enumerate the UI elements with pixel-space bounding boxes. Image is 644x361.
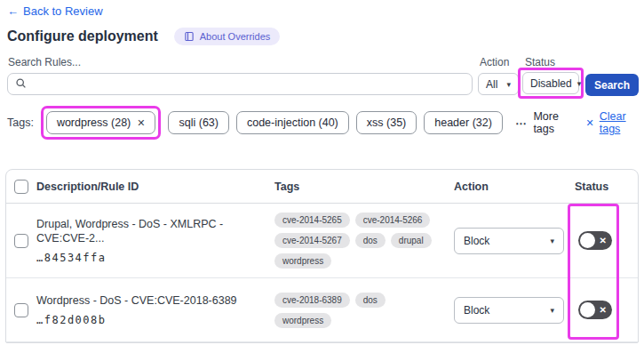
about-overrides-label: About Overrides	[200, 31, 270, 42]
back-to-review-link[interactable]: ← Back to Review	[7, 4, 103, 18]
chevron-down-icon: ▾	[506, 80, 511, 89]
action-select[interactable]: Block ▾	[454, 297, 564, 324]
book-icon	[184, 31, 195, 42]
action-select[interactable]: Block ▾	[454, 228, 564, 254]
rule-id: …84534ffa	[36, 252, 274, 264]
chevron-down-icon: ▾	[550, 306, 554, 315]
ellipsis-icon: ⋯	[515, 116, 528, 130]
toggle-knob	[580, 302, 595, 317]
back-link-label: Back to Review	[23, 4, 103, 18]
search-button[interactable]: Search	[585, 74, 639, 96]
column-header-tags: Tags	[274, 180, 454, 193]
action-dropdown[interactable]: All ▾	[478, 73, 519, 95]
rule-description: Drupal, Wordpress - DoS - XMLRPC - CVE:C…	[36, 217, 274, 246]
search-icon	[15, 76, 32, 92]
rule-tag: cve-2014-5265	[274, 213, 350, 228]
rule-tag: cve-2014-5266	[355, 213, 431, 228]
action-select-value: Block	[464, 304, 489, 317]
more-tags-button[interactable]: ⋯ More tags	[515, 110, 570, 135]
row-checkbox[interactable]	[14, 234, 28, 248]
configure-deployment-page: ← Back to Review Configure deployment Ab…	[0, 0, 644, 361]
tag-filter-sqli[interactable]: sqli (63)	[168, 111, 228, 134]
status-dropdown-highlight-box: Disabled ▾	[518, 68, 584, 99]
rule-tag: cve-2018-6389	[274, 293, 350, 308]
toggle-off-icon: ✕	[600, 306, 607, 315]
page-title: Configure deployment	[7, 28, 158, 44]
rules-table: Description/Rule ID Tags Action Status D…	[5, 169, 639, 343]
close-icon: ✕	[586, 117, 594, 129]
clear-tags-button[interactable]: ✕ Clear tags	[586, 110, 638, 135]
table-row: Drupal, Wordpress - DoS - XMLRPC - CVE:C…	[6, 204, 638, 278]
column-header-status: Status	[573, 180, 638, 193]
action-label: Action	[480, 56, 509, 68]
rule-tags: cve-2014-5265 cve-2014-5266 cve-2014-526…	[274, 213, 454, 269]
rule-description: Wordpress - DoS - CVE:CVE-2018-6389	[36, 293, 274, 308]
tag-filter-wordpress[interactable]: wordpress (28) ✕	[46, 111, 156, 134]
status-dropdown-value: Disabled	[530, 77, 572, 90]
about-overrides-link[interactable]: About Overrides	[174, 28, 280, 45]
column-header-description: Description/Rule ID	[36, 180, 274, 193]
toggle-off-icon: ✕	[600, 237, 607, 245]
wordpress-tag-highlight-box: wordpress (28) ✕	[41, 106, 162, 140]
rule-tag: wordpress	[274, 253, 331, 269]
tags-filter-bar: Tags: wordpress (28) ✕ sqli (63) code-in…	[7, 106, 638, 140]
status-dropdown[interactable]: Disabled ▾	[522, 72, 579, 94]
action-dropdown-value: All	[486, 78, 497, 91]
status-toggle[interactable]: ✕	[578, 301, 612, 319]
rule-tag: wordpress	[274, 313, 331, 328]
chevron-down-icon: ▾	[577, 79, 582, 88]
action-select-value: Block	[464, 235, 489, 247]
tag-filter-header[interactable]: header (32)	[424, 111, 503, 134]
rule-tags: cve-2018-6389 dos wordpress	[274, 293, 454, 328]
chevron-down-icon: ▾	[550, 237, 554, 245]
rule-tag: dos	[355, 233, 386, 248]
search-rules-input[interactable]	[32, 74, 472, 94]
search-rules-label: Search Rules...	[8, 56, 81, 68]
row-checkbox[interactable]	[14, 303, 28, 317]
table-row: Wordpress - DoS - CVE:CVE-2018-6389 …f82…	[6, 278, 638, 342]
rule-tag: dos	[355, 293, 386, 308]
toggle-knob	[580, 233, 595, 248]
search-rules-field	[7, 73, 473, 95]
tag-filter-label: wordpress (28)	[57, 116, 131, 129]
tag-filter-code-injection[interactable]: code-injection (40)	[236, 111, 349, 134]
remove-tag-icon[interactable]: ✕	[137, 117, 145, 129]
clear-tags-label: Clear tags	[600, 110, 638, 135]
rule-tag: cve-2014-5267	[274, 233, 350, 248]
column-header-action: Action	[454, 180, 573, 193]
tags-label: Tags:	[7, 116, 34, 129]
status-toggle[interactable]: ✕	[578, 231, 612, 250]
tag-filter-xss[interactable]: xss (35)	[356, 111, 417, 134]
rule-tag: drupal	[391, 233, 432, 248]
back-arrow-icon: ←	[7, 4, 19, 18]
page-header: Configure deployment About Overrides	[7, 28, 280, 45]
rule-id: …f82d008b	[36, 314, 274, 326]
table-header-row: Description/Rule ID Tags Action Status	[6, 170, 638, 204]
select-all-checkbox[interactable]	[14, 180, 28, 194]
more-tags-label: More tags	[533, 110, 569, 135]
status-label: Status	[525, 56, 555, 68]
